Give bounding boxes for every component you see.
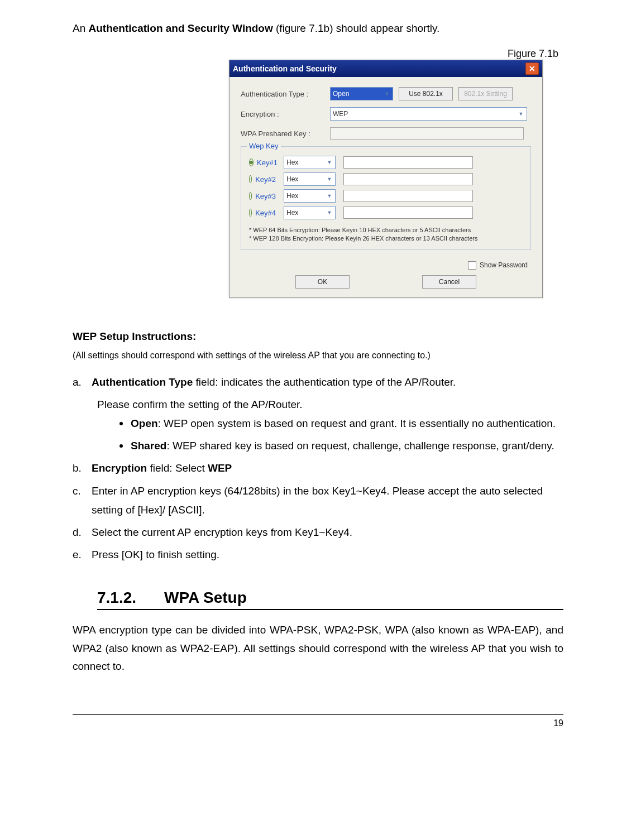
chevron-down-icon: ▼ xyxy=(325,193,334,199)
item-a-bold: Authentication Type xyxy=(92,376,193,388)
page-number: 19 xyxy=(73,718,563,728)
item-b-bold: Encryption xyxy=(92,462,147,474)
show-password-label: Show Password xyxy=(480,261,528,269)
item-b-bold2: WEP xyxy=(208,462,232,474)
chevron-down-icon: ▼ xyxy=(382,91,391,97)
auth-type-value: Open xyxy=(333,90,349,98)
key2-radio-wrap[interactable]: Key#2 xyxy=(249,175,276,184)
item-b-mid: field: Select xyxy=(147,462,208,474)
key4-format-value: Hex xyxy=(286,209,298,217)
intro-bold: Authentication and Security Window xyxy=(89,22,273,34)
item-e-text: Press [OK] to finish setting. xyxy=(92,545,219,564)
shared-bullet: Shared: WEP shared key is based on reque… xyxy=(131,436,554,455)
key3-format-value: Hex xyxy=(286,192,298,200)
chevron-down-icon: ▼ xyxy=(325,210,334,215)
shared-bold: Shared xyxy=(131,440,166,452)
dialog-titlebar: Authentication and Security ✕ xyxy=(229,60,542,77)
footer-rule xyxy=(73,714,563,715)
key2-format-value: Hex xyxy=(286,175,298,183)
wpa-paragraph: WPA encryption type can be divided into … xyxy=(73,621,563,675)
cancel-button[interactable]: Cancel xyxy=(422,275,476,289)
auth-type-select[interactable]: Open ▼ xyxy=(330,87,393,100)
dialog-body: Authentication Type : Open ▼ Use 802.1x … xyxy=(229,77,542,297)
wep-key-group: Wep Key Key#1 Hex▼ Key#2 Hex▼ Key#3 Hex▼ xyxy=(241,146,531,250)
section-number: 7.1.2. xyxy=(97,589,136,607)
wpa-key-input[interactable] xyxy=(330,127,524,140)
intro-post: (figure 7.1b) should appear shortly. xyxy=(273,22,440,34)
key4-radio-wrap[interactable]: Key#4 xyxy=(249,209,276,217)
item-b-text: Encryption field: Select WEP xyxy=(92,459,232,478)
radio-icon xyxy=(249,175,252,183)
item-d-text: Select the current AP encryption keys fr… xyxy=(92,523,352,542)
encryption-select[interactable]: WEP ▼ xyxy=(330,107,527,121)
wep-note-1: * WEP 64 Bits Encryption: Please Keyin 1… xyxy=(249,226,523,234)
item-a-rest: field: indicates the authentication type… xyxy=(193,376,456,388)
figure-label: Figure 7.1b xyxy=(229,48,558,60)
radio-icon xyxy=(249,192,252,200)
item-c-letter: c. xyxy=(73,482,87,520)
item-d-letter: d. xyxy=(73,523,87,542)
radio-icon xyxy=(249,159,254,166)
wep-key-legend: Wep Key xyxy=(247,142,281,150)
show-password-row[interactable]: Show Password xyxy=(241,261,528,270)
bullet-icon xyxy=(119,422,123,425)
key2-label: Key#2 xyxy=(255,175,276,184)
chevron-down-icon: ▼ xyxy=(517,111,525,117)
item-a-text: Authentication Type field: indicates the… xyxy=(92,373,456,392)
wep-note: (All settings should correspond with set… xyxy=(73,351,563,361)
close-icon[interactable]: ✕ xyxy=(525,63,539,75)
key4-label: Key#4 xyxy=(255,209,276,217)
key3-format-select[interactable]: Hex▼ xyxy=(284,189,336,203)
key3-label: Key#3 xyxy=(255,192,276,200)
item-e-letter: e. xyxy=(73,545,87,564)
key1-format-select[interactable]: Hex▼ xyxy=(284,156,336,169)
open-text: : WEP open system is based on request an… xyxy=(158,417,556,429)
key3-radio-wrap[interactable]: Key#3 xyxy=(249,192,276,200)
encryption-value: WEP xyxy=(333,110,348,118)
wep-heading: WEP Setup Instructions: xyxy=(73,330,563,343)
ok-button[interactable]: OK xyxy=(295,275,350,289)
intro-pre: An xyxy=(73,22,89,34)
dialog-title: Authentication and Security xyxy=(233,64,337,73)
key1-radio-wrap[interactable]: Key#1 xyxy=(249,159,276,167)
use-8021x-button[interactable]: Use 802.1x xyxy=(399,87,453,100)
item-c-text: Enter in AP encryption keys (64/128bits)… xyxy=(92,482,563,520)
key1-input[interactable] xyxy=(343,156,473,169)
key4-input[interactable] xyxy=(343,207,473,219)
item-a-sub: Please confirm the setting of the AP/Rou… xyxy=(97,395,563,414)
key3-input[interactable] xyxy=(343,190,473,202)
item-b-letter: b. xyxy=(73,459,87,478)
open-bullet: Open: WEP open system is based on reques… xyxy=(131,414,556,433)
section-title: WPA Setup xyxy=(164,589,247,607)
key1-format-value: Hex xyxy=(286,159,298,166)
open-bold: Open xyxy=(131,417,158,429)
shared-text: : WEP shared key is based on request, ch… xyxy=(166,440,554,452)
chevron-down-icon: ▼ xyxy=(325,176,334,182)
radio-icon xyxy=(249,209,252,217)
8021x-setting-button: 802.1x Setting xyxy=(458,87,513,100)
wep-note-2: * WEP 128 Bits Encryption: Please Keyin … xyxy=(249,234,523,243)
auth-type-label: Authentication Type : xyxy=(241,90,324,98)
section-heading: 7.1.2. WPA Setup xyxy=(97,589,563,610)
intro-line: An Authentication and Security Window (f… xyxy=(73,22,563,35)
item-a-letter: a. xyxy=(73,373,87,392)
ordered-list: a. Authentication Type field: indicates … xyxy=(73,373,563,565)
key2-input[interactable] xyxy=(343,173,473,185)
checkbox-icon xyxy=(468,261,476,270)
key2-format-select[interactable]: Hex▼ xyxy=(284,172,336,186)
key4-format-select[interactable]: Hex▼ xyxy=(284,206,336,219)
auth-security-dialog: Authentication and Security ✕ Authentica… xyxy=(229,60,543,298)
encryption-label: Encryption : xyxy=(241,110,324,118)
key1-label: Key#1 xyxy=(257,159,278,167)
bullet-icon xyxy=(119,444,123,448)
wpa-key-label: WPA Preshared Key : xyxy=(241,129,324,138)
chevron-down-icon: ▼ xyxy=(325,160,334,165)
